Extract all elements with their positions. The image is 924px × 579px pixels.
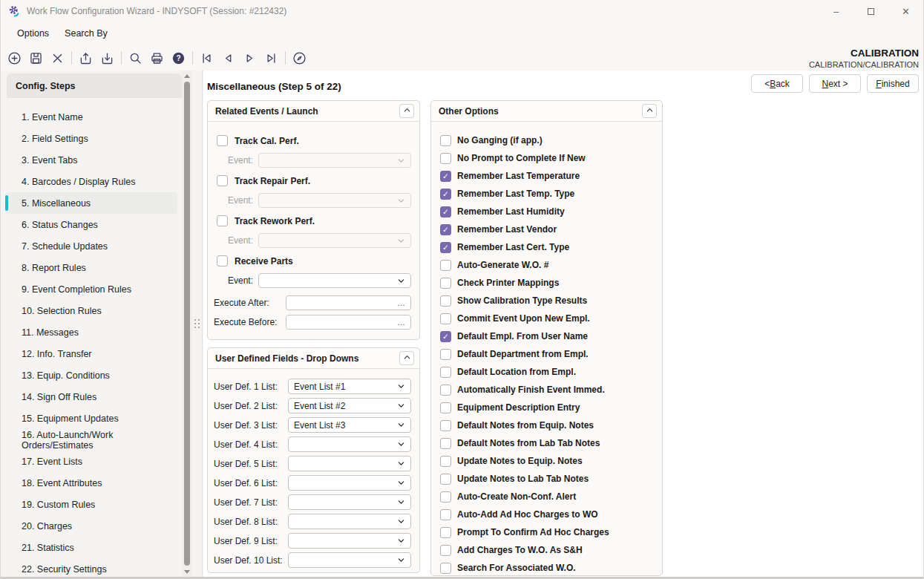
option-auto-create-non-conf-alert[interactable]: Auto-Create Non-Conf. Alert bbox=[440, 488, 655, 506]
option-remember-last-vendor[interactable]: ✓Remember Last Vendor bbox=[440, 220, 655, 238]
dropdown[interactable]: Event List #1 bbox=[288, 379, 411, 394]
option-default-notes-from-equip-notes[interactable]: Default Notes from Equip. Notes bbox=[440, 416, 655, 434]
sidebar-item-20-charges[interactable]: 20. Charges bbox=[1, 515, 182, 537]
toolbar-compass-button[interactable] bbox=[289, 48, 309, 68]
toolbar-nav-next-button[interactable] bbox=[240, 48, 260, 68]
toolbar-nav-last-button[interactable] bbox=[261, 48, 281, 68]
checkbox[interactable] bbox=[440, 278, 451, 289]
checkbox[interactable] bbox=[440, 474, 451, 485]
scroll-down-icon[interactable] bbox=[182, 566, 192, 577]
checkbox[interactable] bbox=[440, 509, 451, 520]
sidebar-item-1-event-name[interactable]: 1. Event Name bbox=[1, 106, 182, 128]
sidebar-item-14-sign-off-rules[interactable]: 14. Sign Off Rules bbox=[1, 386, 182, 408]
option-auto-add-ad-hoc-charges-to-wo[interactable]: Auto-Add Ad Hoc Charges to WO bbox=[440, 506, 655, 523]
option-prompt-to-confirm-ad-hoc-charges[interactable]: Prompt To Confirm Ad Hoc Charges bbox=[440, 523, 655, 541]
checkbox[interactable] bbox=[440, 295, 451, 307]
menu-search-by[interactable]: Search By bbox=[63, 26, 109, 41]
dropdown[interactable] bbox=[288, 494, 411, 510]
sidebar-item-21-statistics[interactable]: 21. Statistics bbox=[1, 537, 182, 558]
checkbox[interactable] bbox=[440, 385, 451, 396]
sidebar-item-8-report-rules[interactable]: 8. Report Rules bbox=[1, 257, 182, 278]
track-option-receive-parts[interactable]: Receive Parts bbox=[217, 255, 411, 266]
scrollbar-thumb[interactable] bbox=[184, 82, 190, 566]
option-auto-generate-w-o[interactable]: Auto-Generate W.O. # bbox=[440, 256, 655, 274]
toolbar-save-button[interactable] bbox=[26, 48, 46, 68]
checkbox[interactable] bbox=[440, 527, 451, 538]
checkbox[interactable] bbox=[440, 491, 451, 503]
checkbox[interactable] bbox=[440, 438, 451, 449]
sidebar-item-22-security-settings[interactable]: 22. Security Settings bbox=[1, 558, 182, 579]
next-button[interactable]: Next > bbox=[809, 74, 861, 93]
sidebar-item-7-schedule-updates[interactable]: 7. Schedule Updates bbox=[1, 235, 182, 257]
option-remember-last-cert-type[interactable]: ✓Remember Last Cert. Type bbox=[440, 238, 655, 256]
sidebar-item-17-event-lists[interactable]: 17. Event Lists bbox=[1, 451, 182, 472]
toolbar-export-button[interactable] bbox=[76, 48, 96, 68]
option-commit-event-upon-new-empl[interactable]: Commit Event Upon New Empl. bbox=[440, 310, 655, 327]
track-option-track-cal-perf[interactable]: Track Cal. Perf. bbox=[217, 135, 411, 146]
sidebar-item-13-equip-conditions[interactable]: 13. Equip. Conditions bbox=[1, 364, 182, 386]
dropdown[interactable]: Event List #2 bbox=[288, 398, 411, 413]
checkbox[interactable] bbox=[440, 456, 451, 467]
sidebar-item-6-status-changes[interactable]: 6. Status Changes bbox=[1, 214, 182, 235]
option-no-ganging-if-app[interactable]: No Ganging (if app.) bbox=[440, 131, 655, 149]
dropdown[interactable] bbox=[288, 514, 411, 529]
option-remember-last-temperature[interactable]: ✓Remember Last Temperature bbox=[440, 167, 655, 185]
checkbox[interactable] bbox=[440, 153, 451, 164]
minimize-button[interactable]: – bbox=[819, 0, 853, 22]
checkbox[interactable] bbox=[217, 135, 228, 146]
checkbox[interactable] bbox=[440, 367, 451, 378]
dropdown[interactable] bbox=[258, 273, 411, 288]
checkbox[interactable] bbox=[440, 349, 451, 360]
sidebar-scrollbar[interactable] bbox=[182, 71, 192, 577]
sidebar-item-10-selection-rules[interactable]: 10. Selection Rules bbox=[1, 300, 182, 321]
sidebar-item-2-field-settings[interactable]: 2. Field Settings bbox=[1, 128, 182, 149]
checkbox[interactable]: ✓ bbox=[440, 331, 451, 342]
option-automatically-finish-event-immed[interactable]: Automatically Finish Event Immed. bbox=[440, 381, 655, 399]
dropdown[interactable] bbox=[288, 436, 411, 452]
sidebar-item-11-messages[interactable]: 11. Messages bbox=[1, 321, 182, 343]
scroll-up-icon[interactable] bbox=[182, 71, 192, 81]
option-show-calibration-type-results[interactable]: Show Calibration Type Results bbox=[440, 292, 655, 310]
toolbar-nav-previous-button[interactable] bbox=[218, 48, 238, 68]
option-default-empl-from-user-name[interactable]: ✓Default Empl. From User Name bbox=[440, 327, 655, 345]
toolbar-add-button[interactable] bbox=[4, 48, 24, 68]
checkbox[interactable]: ✓ bbox=[440, 224, 451, 235]
option-update-notes-to-equip-notes[interactable]: Update Notes to Equip. Notes bbox=[440, 452, 655, 470]
checkbox[interactable] bbox=[440, 545, 451, 556]
back-button[interactable]: < Back bbox=[751, 74, 803, 93]
option-equipment-description-entry[interactable]: Equipment Description Entry bbox=[440, 399, 655, 416]
option-add-charges-to-w-o-as-s-h[interactable]: Add Charges To W.O. As S&H bbox=[440, 541, 655, 559]
execute-field-input[interactable]: … bbox=[286, 295, 411, 310]
checkbox[interactable] bbox=[440, 420, 451, 431]
collapse-button[interactable] bbox=[642, 104, 657, 118]
option-remember-last-humidity[interactable]: ✓Remember Last Humidity bbox=[440, 203, 655, 220]
sidebar-splitter[interactable] bbox=[192, 71, 203, 577]
checkbox[interactable] bbox=[440, 563, 451, 574]
sidebar-item-9-event-completion-rules[interactable]: 9. Event Completion Rules bbox=[1, 278, 182, 300]
option-default-notes-from-lab-tab-notes[interactable]: Default Notes from Lab Tab Notes bbox=[440, 434, 655, 452]
checkbox[interactable] bbox=[217, 255, 228, 266]
checkbox[interactable] bbox=[440, 260, 451, 271]
dropdown[interactable] bbox=[288, 475, 411, 491]
checkbox[interactable] bbox=[217, 175, 228, 186]
option-search-for-associated-w-o[interactable]: Search For Associated W.O. bbox=[440, 559, 655, 577]
close-button[interactable]: ✕ bbox=[888, 0, 923, 22]
dropdown[interactable]: Event List #3 bbox=[288, 417, 411, 433]
checkbox[interactable] bbox=[217, 215, 228, 226]
toolbar-import-button[interactable] bbox=[97, 48, 117, 68]
toolbar-delete-button[interactable] bbox=[47, 48, 68, 68]
sidebar-item-3-event-tabs[interactable]: 3. Event Tabs bbox=[1, 149, 182, 171]
sidebar-item-12-info-transfer[interactable]: 12. Info. Transfer bbox=[1, 343, 182, 364]
ellipsis-button[interactable]: … bbox=[397, 299, 405, 307]
option-update-notes-to-lab-tab-notes[interactable]: Update Notes to Lab Tab Notes bbox=[440, 470, 655, 488]
finished-button[interactable]: Finished bbox=[867, 74, 919, 93]
sidebar-item-4-barcodes-display-rules[interactable]: 4. Barcodes / Display Rules bbox=[1, 171, 182, 192]
dropdown[interactable] bbox=[288, 533, 411, 549]
checkbox[interactable]: ✓ bbox=[440, 171, 451, 182]
sidebar-item-19-custom-rules[interactable]: 19. Custom Rules bbox=[1, 494, 182, 515]
option-check-printer-mappings[interactable]: Check Printer Mappings bbox=[440, 274, 655, 292]
track-option-track-rework-perf[interactable]: Track Rework Perf. bbox=[217, 215, 411, 226]
sidebar-item-15-equipment-updates[interactable]: 15. Equipment Updates bbox=[1, 408, 182, 429]
menu-options[interactable]: Options bbox=[16, 26, 50, 41]
sidebar-item-18-event-attributes[interactable]: 18. Event Attributes bbox=[1, 472, 182, 494]
